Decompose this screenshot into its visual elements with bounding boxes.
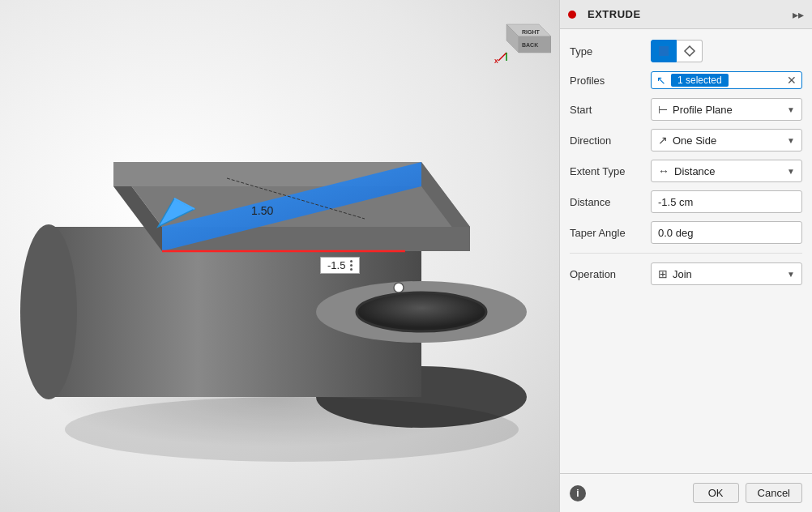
3d-viewport[interactable]: 1.50 -1.5 RIGHT BACK X [0,0,559,512]
extent-type-value: Distance [674,165,716,177]
orientation-cube[interactable]: RIGHT BACK X [494,8,551,65]
divider [570,253,802,254]
start-label: Start [570,104,651,116]
operation-dropdown-arrow: ▼ [787,270,795,279]
extent-type-label: Extent Type [570,165,651,177]
distance-label: Distance [570,196,651,208]
info-button[interactable]: i [570,485,586,501]
extent-type-control[interactable]: ↔ Distance ▼ [651,160,802,182]
extent-type-dropdown-arrow: ▼ [787,167,795,176]
operation-label: Operation [570,268,651,280]
distance-control[interactable]: -1.5 cm [651,190,802,213]
ok-button[interactable]: OK [693,483,739,503]
profiles-row: Profiles ↖ 1 selected ✕ [560,66,812,94]
profiles-control[interactable]: ↖ 1 selected ✕ [651,71,802,89]
direction-label: Direction [570,134,651,147]
operation-dropdown[interactable]: ⊞ Join ▼ [651,262,802,285]
svg-text:RIGHT: RIGHT [522,29,541,35]
profiles-label: Profiles [570,75,651,87]
direction-row: Direction ↗ One Side ▼ [560,125,812,156]
panel-header: EXTRUDE ▸▸ [560,0,812,29]
taper-angle-label: Taper Angle [570,227,651,239]
svg-text:1.50: 1.50 [251,204,273,217]
start-control[interactable]: ⊢ Profile Plane ▼ [651,98,802,121]
taper-angle-row: Taper Angle 0.0 deg [560,217,812,248]
extent-type-icon: ↔ [658,164,669,177]
start-row: Start ⊢ Profile Plane ▼ [560,94,812,125]
type-surface-button[interactable] [677,40,703,62]
panel-footer: i OK Cancel [560,473,812,512]
cursor-icon: ↖ [656,74,666,87]
panel-body: Type Profiles ↖ 1 selected ✕ [560,29,812,473]
dimension-input-box[interactable]: -1.5 [320,257,360,274]
direction-dropdown-arrow: ▼ [787,136,795,145]
distance-input[interactable]: -1.5 cm [651,190,802,213]
start-dropdown[interactable]: ⊢ Profile Plane ▼ [651,98,802,121]
svg-point-17 [394,283,404,292]
direction-value: One Side [673,134,716,147]
status-indicator [568,11,576,19]
extent-type-row: Extent Type ↔ Distance ▼ [560,156,812,186]
profiles-clear-button[interactable]: ✕ [787,75,797,86]
panel-collapse-button[interactable]: ▸▸ [793,8,804,21]
svg-text:X: X [494,58,498,64]
direction-icon: ↗ [658,134,668,147]
direction-dropdown[interactable]: ↗ One Side ▼ [651,129,802,151]
taper-angle-input[interactable]: 0.0 deg [651,221,802,244]
operation-icon: ⊞ [658,267,668,280]
operation-row: Operation ⊞ Join ▼ [560,258,812,289]
svg-point-2 [20,224,77,399]
panel-title: EXTRUDE [588,8,641,20]
distance-row: Distance -1.5 cm [560,186,812,217]
direction-control[interactable]: ↗ One Side ▼ [651,129,802,151]
type-label: Type [570,45,651,58]
svg-point-18 [65,397,519,462]
start-icon: ⊢ [658,103,668,116]
dimension-options-button[interactable] [350,260,353,271]
footer-buttons: OK Cancel [693,483,802,503]
start-value: Profile Plane [673,104,733,116]
type-row: Type [560,36,812,66]
extent-type-dropdown[interactable]: ↔ Distance ▼ [651,160,802,182]
svg-line-24 [498,53,506,61]
profiles-selected-badge: 1 selected [671,74,729,87]
operation-value: Join [673,268,692,280]
type-solid-button[interactable] [651,40,677,62]
profiles-selected-field[interactable]: ↖ 1 selected ✕ [651,71,802,89]
operation-control[interactable]: ⊞ Join ▼ [651,262,802,285]
taper-angle-control[interactable]: 0.0 deg [651,221,802,244]
svg-text:BACK: BACK [522,42,538,48]
type-control [651,40,802,62]
cancel-button[interactable]: Cancel [746,483,802,503]
start-dropdown-arrow: ▼ [787,105,795,114]
dimension-value: -1.5 [327,259,345,271]
extrude-panel: EXTRUDE ▸▸ Type Profiles ↖ [559,0,812,512]
